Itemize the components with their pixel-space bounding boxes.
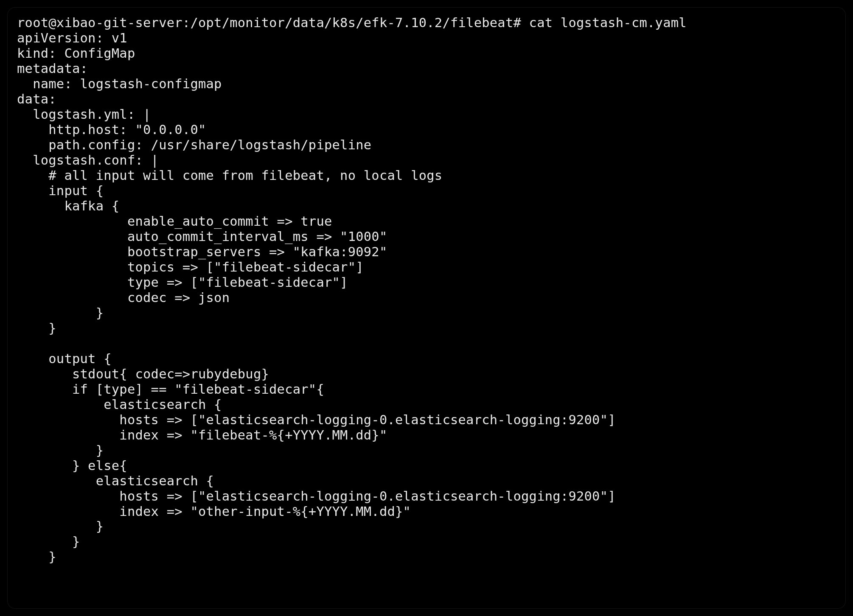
terminal-window[interactable]: root@xibao-git-server:/opt/monitor/data/… — [8, 8, 845, 608]
shell-prompt: root@xibao-git-server:/opt/monitor/data/… — [17, 15, 529, 30]
file-content: apiVersion: v1 kind: ConfigMap metadata:… — [17, 31, 616, 564]
terminal-output[interactable]: root@xibao-git-server:/opt/monitor/data/… — [17, 15, 836, 565]
command-text: cat logstash-cm.yaml — [529, 15, 687, 30]
